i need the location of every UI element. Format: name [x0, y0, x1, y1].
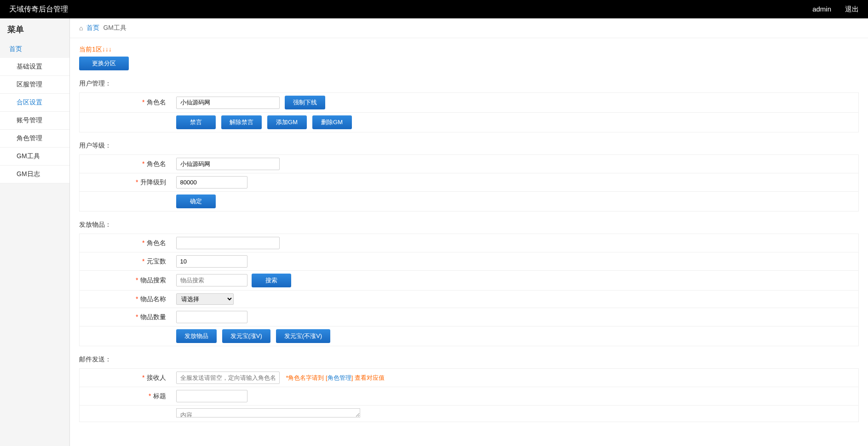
mail-hint: *角色名字请到 [角色管理] 查看对应值 — [286, 374, 385, 381]
ul-role-label: 角色名 — [147, 160, 166, 167]
sidebar-item-role-manage[interactable]: 角色管理 — [0, 130, 69, 148]
breadcrumb-home[interactable]: 首页 — [86, 24, 99, 32]
ul-role-input[interactable] — [176, 158, 280, 170]
mail-hint-link[interactable]: 角色管理 — [328, 374, 351, 381]
ul-level-label: 升降级到 — [140, 178, 166, 186]
home-icon: ⌂ — [79, 24, 83, 32]
gi-role-label: 角色名 — [147, 239, 166, 246]
gi-qty-input[interactable] — [176, 311, 247, 323]
breadcrumb: ⌂ 首页 GM工具 — [70, 18, 868, 38]
sidebar-title: 菜单 — [0, 18, 69, 40]
gi-gold-input[interactable] — [176, 255, 247, 268]
logout-link[interactable]: 退出 — [845, 5, 859, 14]
sidebar-item-gm-tools[interactable]: GM工具 — [0, 148, 69, 166]
gi-gold-label: 元宝数 — [147, 257, 166, 265]
mail-recipient-input[interactable] — [176, 372, 280, 384]
sidebar-item-account-manage[interactable]: 账号管理 — [0, 112, 69, 130]
app-title: 天域传奇后台管理 — [9, 5, 68, 14]
change-zone-button[interactable]: 更换分区 — [79, 57, 129, 70]
sidebar-home[interactable]: 首页 — [0, 40, 69, 58]
sidebar-item-basic-settings[interactable]: 基础设置 — [0, 58, 69, 76]
gi-give-button[interactable]: 发放物品 — [176, 329, 217, 343]
section-user-level-title: 用户等级： — [79, 142, 859, 150]
gi-search-input[interactable] — [176, 274, 247, 286]
gi-search-button[interactable]: 搜索 — [252, 274, 291, 287]
unmute-button[interactable]: 解除禁言 — [221, 115, 262, 129]
add-gm-button[interactable]: 添加GM — [267, 115, 307, 129]
gi-qty-label: 物品数量 — [140, 313, 166, 320]
gi-item-select[interactable]: 请选择 — [176, 293, 234, 305]
ul-level-input[interactable] — [176, 176, 247, 189]
user-name[interactable]: admin — [812, 5, 831, 14]
gi-gold-no-button[interactable]: 发元宝(不涨V) — [276, 329, 330, 343]
breadcrumb-current: GM工具 — [103, 24, 126, 32]
ul-confirm-button[interactable]: 确定 — [176, 194, 216, 208]
zone-notice: 当前1区↓↓↓ — [79, 46, 859, 54]
mail-title-input[interactable] — [176, 390, 247, 402]
um-role-input[interactable] — [176, 97, 280, 109]
mute-button[interactable]: 禁言 — [176, 115, 216, 129]
sidebar-item-merge-settings[interactable]: 合区设置 — [0, 94, 69, 112]
sidebar-item-gm-log[interactable]: GM日志 — [0, 166, 69, 183]
section-mail-title: 邮件发送： — [79, 355, 859, 364]
gi-item-name-label: 物品名称 — [140, 295, 166, 303]
um-role-label: 角色名 — [147, 98, 166, 106]
del-gm-button[interactable]: 删除GM — [312, 115, 352, 129]
mail-title-label: 标题 — [153, 392, 166, 400]
gi-role-input[interactable] — [176, 237, 280, 249]
force-offline-button[interactable]: 强制下线 — [285, 96, 325, 109]
gi-gold-up-button[interactable]: 发元宝(涨V) — [222, 329, 270, 343]
section-user-manage-title: 用户管理： — [79, 80, 859, 88]
mail-recipient-label: 接收人 — [147, 374, 166, 381]
section-give-item-title: 发放物品： — [79, 221, 859, 229]
sidebar-item-zone-manage[interactable]: 区服管理 — [0, 76, 69, 94]
mail-content-textarea[interactable] — [176, 408, 360, 417]
gi-search-label: 物品搜索 — [140, 276, 166, 284]
